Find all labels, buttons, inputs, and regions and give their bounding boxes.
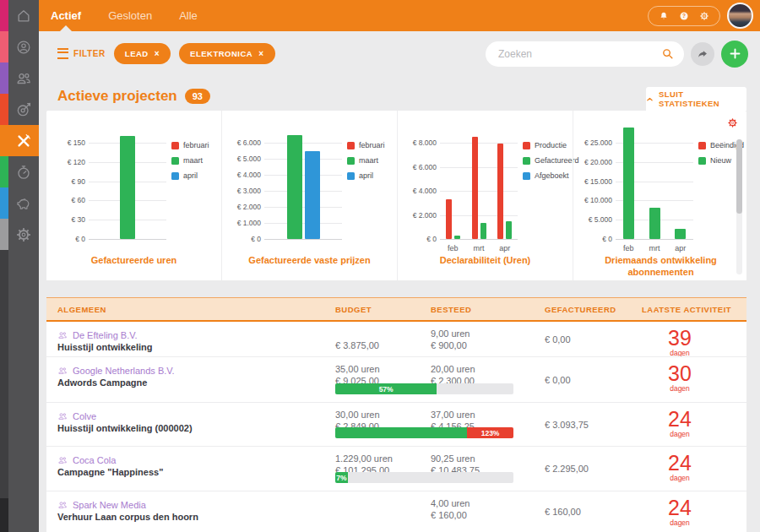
chevron-up-icon (646, 95, 654, 103)
chart-settings-gear-icon[interactable] (727, 117, 738, 128)
progress-segment (335, 427, 467, 438)
add-button[interactable] (721, 41, 748, 68)
filter-tag-lead[interactable]: LEAD × (114, 43, 171, 64)
table-row[interactable]: Coca ColaCampagne "Happiness"1.229,00 ur… (46, 446, 746, 491)
column-header-besteed[interactable]: BESTEED (431, 305, 471, 314)
filterbar: FILTER LEAD × ELEKTRONICA × (39, 31, 760, 76)
besteed-value: 9,00 uren (431, 328, 470, 340)
chart-title: Declarabiliteit (Uren) (401, 255, 569, 267)
help-icon[interactable] (679, 11, 689, 21)
axis-tick: € 5.000 (573, 215, 612, 224)
client-group-icon (57, 455, 68, 465)
tab-actief[interactable]: Actief (51, 9, 81, 22)
client-group-icon (57, 411, 68, 421)
budget-value: € 3.875,00 (335, 340, 379, 352)
piggy-bank-icon (15, 195, 32, 212)
axis-tick: € 4.000 (398, 187, 437, 195)
share-button[interactable] (691, 42, 714, 66)
table-row[interactable]: ColveHuisstijl ontwikkeling (000002)30,0… (46, 402, 746, 446)
gefactureerd-cell: € 160,00 (545, 507, 581, 517)
sidebar-item-organizations[interactable] (0, 62, 39, 94)
topbar-icon-group (648, 6, 720, 26)
page-title: Actieve projecten (57, 88, 177, 105)
search-wrap (486, 41, 684, 67)
gridline (264, 191, 342, 192)
axis-tick: € 6.000 (222, 138, 261, 147)
close-statistics-button[interactable]: SLUIT STATISTIEKEN (646, 87, 746, 111)
gridline (440, 143, 518, 144)
days-number: 24 (629, 497, 730, 518)
page-heading: Actieve projecten 93 (57, 88, 210, 105)
legend-label: februari (359, 141, 385, 149)
remove-tag-icon[interactable]: × (258, 49, 263, 58)
table-row[interactable]: Google Netherlands B.V.Adwords Campagne3… (46, 356, 746, 402)
last-activity-cell: 24dagen (629, 452, 730, 482)
bar-Nieuw (675, 229, 686, 239)
client-name-link[interactable]: Colve (73, 411, 96, 421)
progress-bar: 123% (335, 427, 513, 438)
legend-label: maart (183, 156, 203, 165)
avatar[interactable] (727, 3, 753, 29)
users-icon (15, 70, 32, 87)
client-cell: De Efteling B.V.Huisstijl ontwikkeling (57, 328, 152, 352)
axis-tick: € 60 (46, 196, 85, 204)
tab-alle[interactable]: Alle (179, 9, 198, 22)
legend-swatch (171, 142, 179, 149)
sidebar-item-projects[interactable] (0, 125, 39, 156)
search-input[interactable] (486, 41, 684, 67)
filter-tag-elektronica[interactable]: ELEKTRONICA × (179, 43, 274, 64)
table-body: De Efteling B.V.Huisstijl ontwikkeling€ … (46, 322, 746, 532)
axis-tick: € 2.000 (222, 203, 261, 211)
panel-scrollbar-thumb[interactable] (736, 139, 742, 214)
filter-icon (57, 48, 68, 59)
budget-cell: € 3.875,00 (335, 328, 379, 352)
legend-item: februari (171, 141, 209, 149)
chart-gefactureerde-vaste-prijzen: € 6.000€ 5.000€ 4.000€ 3.000€ 2.000€ 1.0… (221, 111, 397, 280)
gear-icon[interactable] (699, 11, 709, 21)
column-header-algemeen[interactable]: ALGEMEEN (57, 305, 106, 314)
axis-tick: € 150 (46, 138, 85, 147)
axis-tick: € 4.000 (222, 171, 261, 179)
legend-swatch (698, 142, 706, 149)
tab-gesloten[interactable]: Gesloten (108, 9, 152, 22)
filter-button[interactable]: FILTER (57, 48, 106, 59)
column-header-budget[interactable]: BUDGET (335, 305, 372, 314)
client-name-link[interactable]: Coca Cola (73, 455, 116, 465)
gridline (440, 239, 518, 240)
table-row[interactable]: Spark New MediaVerhuur Laan corpus den h… (46, 491, 746, 532)
chart-legend: ProductieGefactureerdAfgeboekt (523, 141, 579, 187)
bar-Nieuw (649, 208, 660, 239)
project-name: Verhuur Laan corpus den hoorn (57, 512, 198, 522)
sidebar-item-finance[interactable] (0, 187, 39, 219)
topbar: Actief Gesloten Alle (39, 0, 760, 31)
client-name-link[interactable]: Google Netherlands B.V. (73, 366, 175, 376)
active-tab-notch (60, 25, 72, 31)
sidebar-item-settings[interactable] (0, 219, 39, 250)
sidebar-item-home[interactable] (0, 0, 39, 31)
budget-value: 35,00 uren (335, 364, 380, 376)
legend-item: april (347, 171, 385, 180)
client-name-link[interactable]: Spark New Media (73, 500, 146, 510)
axis-tick: € 30 (46, 215, 85, 224)
axis-tick: € 90 (46, 177, 85, 186)
bell-icon[interactable] (659, 11, 669, 21)
client-name-link[interactable]: De Efteling B.V. (73, 330, 138, 340)
last-activity-cell: 24dagen (629, 497, 730, 527)
search-icon[interactable] (661, 47, 674, 60)
table-row[interactable]: De Efteling B.V.Huisstijl ontwikkeling€ … (46, 322, 746, 356)
gridline (440, 191, 518, 192)
legend-label: februari (183, 141, 209, 149)
column-header-gefactureerd[interactable]: GEFACTUREERD (545, 305, 616, 314)
chart-legend: februarimaartapril (347, 141, 385, 187)
sidebar-item-time[interactable] (0, 156, 39, 187)
projects-table: ALGEMEEN BUDGET BESTEED GEFACTUREERD LAA… (46, 297, 746, 532)
user-circle-icon (15, 39, 32, 56)
budget-value: 1.229,00 uren (335, 453, 393, 465)
days-unit: dagen (629, 430, 730, 438)
sidebar-item-sales[interactable] (0, 94, 39, 125)
remove-tag-icon[interactable]: × (155, 49, 160, 58)
axis-tick: € 0 (222, 235, 261, 243)
column-header-laatste-activiteit[interactable]: LAATSTE ACTIVITEIT (642, 305, 731, 314)
sidebar-item-contacts[interactable] (0, 31, 39, 62)
search-group (486, 41, 760, 68)
